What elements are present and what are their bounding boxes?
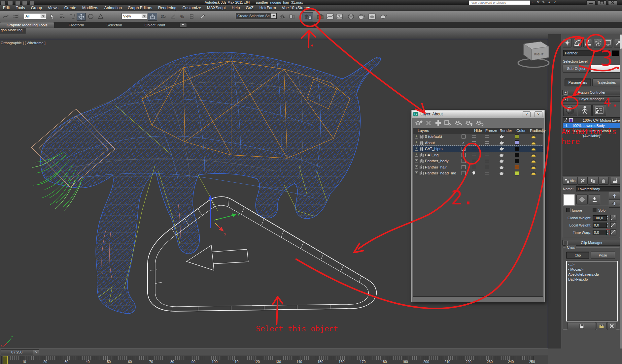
star-icon[interactable]: ★ [547,0,551,4]
radiosity-cell[interactable] [524,140,543,145]
expander-icon[interactable]: + [415,159,418,163]
copy-layer-button[interactable] [588,177,598,185]
collapse-to-setup-button[interactable] [610,177,621,185]
parameters-button[interactable]: Parameters [565,78,591,86]
angle-snap-icon[interactable] [169,13,178,20]
layer-manager-toolbar-button[interactable] [302,12,313,21]
dropdown-arrow-icon[interactable] [41,14,46,18]
open-file-icon[interactable] [8,1,13,5]
panel-scrollbar[interactable] [620,34,622,364]
dialog-title-bar[interactable]: G Layer: About ? ✕ [412,110,544,118]
time-warp-curve-button[interactable] [610,229,616,235]
expander-icon[interactable]: + [415,153,418,157]
expander-icon[interactable]: + [415,165,418,169]
scale-icon[interactable] [96,13,105,20]
dialog-close-button[interactable]: ✕ [535,111,542,117]
menu-create[interactable]: Create [61,6,79,10]
freeze-cell[interactable] [480,141,494,144]
track-bar[interactable]: 1020304050607080901001101201301401501601… [0,355,548,364]
tab-object-paint[interactable]: Object Paint [140,22,170,28]
menu-goz[interactable]: GoZ [243,6,256,10]
use-pivot-center-icon[interactable] [148,13,157,21]
menu-vue-10-xstream[interactable]: Vue 10 xStream [279,6,313,10]
abs-mode-button[interactable]: Abs [563,177,578,185]
search-input[interactable]: Type a keyword or phrase [469,0,530,5]
dropdown-arrow-icon[interactable] [271,14,276,18]
track-bar-ruler[interactable]: 1020304050607080901001101201301401501601… [1,356,534,364]
select-paint-icon[interactable] [1,13,10,20]
expander-icon[interactable]: + [415,171,418,175]
load-clip-button[interactable] [597,322,606,330]
snap-toggle-icon[interactable]: 3 [159,13,168,20]
dialog-help-button[interactable]: ? [523,111,531,117]
ignore-checkbox[interactable]: Ignore [566,208,582,212]
layer-name[interactable]: 0 (default) [425,135,442,138]
select-by-name-icon[interactable] [58,13,67,20]
hide-cell[interactable] [467,160,480,162]
layer-name[interactable]: Panther_hair [425,165,447,169]
rendered-frame-icon[interactable] [368,13,376,20]
percent-snap-icon[interactable]: % [178,13,187,20]
select-objects-in-layer-icon[interactable] [444,120,452,127]
layer-color-swatch[interactable] [515,153,519,157]
layer-color-swatch[interactable] [515,165,519,169]
current-layer-cell[interactable] [462,171,466,175]
animation-layer-row[interactable]: +L 100% LoweredBody [563,123,620,128]
animation-layer-row[interactable]: 100% CATMotion Layer [563,118,620,123]
new-layer-icon[interactable] [415,120,423,127]
menu-help[interactable]: Help [229,6,243,10]
freeze-cell[interactable] [480,136,494,138]
dialog-layer-row[interactable]: + CAT_hlprs [413,146,543,152]
freeze-cell[interactable] [480,172,494,174]
time-slider-handle[interactable]: 0 / 250 [1,349,33,355]
menu-group[interactable]: Group [28,6,45,10]
layer-list-button[interactable] [592,104,606,116]
menu-graph-editors[interactable]: Graph Editors [125,6,155,10]
expander-icon[interactable]: + [415,147,418,151]
radiosity-cell[interactable] [524,165,543,169]
clip-item[interactable]: <Mocap> [568,267,617,272]
menu-tools[interactable]: Tools [13,6,28,10]
layer-name[interactable]: About [425,141,435,145]
radiosity-cell[interactable] [524,146,543,151]
dialog-layer-row[interactable]: + About ✓ [413,140,543,146]
current-layer-cell[interactable] [462,165,466,169]
freeze-cell[interactable] [480,160,494,162]
current-layer-cell[interactable] [462,135,466,138]
assign-controller-rollout[interactable]: + Assign Controller [562,90,621,95]
layer-icon-button[interactable] [576,195,588,204]
time-warp-value[interactable]: 0,0 [593,230,607,235]
radiosity-cell[interactable] [524,153,543,157]
freeze-cell[interactable] [480,154,494,156]
pose-tab-button[interactable]: Pose [591,252,615,259]
setup-mode-toggle-button[interactable] [563,104,577,116]
clip-item[interactable]: BackFlip.clp [568,277,617,282]
close-button[interactable] [608,0,617,5]
rotate-icon[interactable] [86,13,95,20]
layer-color-swatch[interactable] [515,147,519,151]
paste-layer-button[interactable] [598,177,609,185]
undo-icon[interactable] [22,1,27,5]
modify-tab-icon[interactable] [573,39,582,47]
layer-color-swatch[interactable] [515,135,519,139]
menu-views[interactable]: Views [45,6,61,10]
object-name-field[interactable]: Panther [563,50,611,56]
reference-coordsys-dropdown[interactable]: View [121,13,147,19]
create-tab-icon[interactable] [563,39,571,47]
next-frame-button[interactable]: > [33,349,39,355]
mirror-icon[interactable] [278,13,287,20]
new-file-icon[interactable] [1,1,6,5]
radiosity-cell[interactable] [524,171,543,175]
select-region-icon[interactable] [68,13,77,20]
delete-layer-icon[interactable] [426,120,432,127]
redo-icon[interactable] [29,1,34,5]
solo-checkbox[interactable]: Solo [593,208,605,212]
local-weight-spinner[interactable]: ▲▼ [606,222,609,228]
quick-render-icon[interactable] [379,13,388,20]
highlight-layer-icon[interactable] [455,120,463,127]
dialog-layer-row[interactable]: + Panther_body [413,158,543,164]
graphite-ribbon-toggle-icon[interactable] [316,13,325,20]
sub-object-button[interactable]: Sub-Object [563,65,590,73]
render-cell[interactable] [494,147,509,151]
expander-icon[interactable]: + [415,141,418,144]
